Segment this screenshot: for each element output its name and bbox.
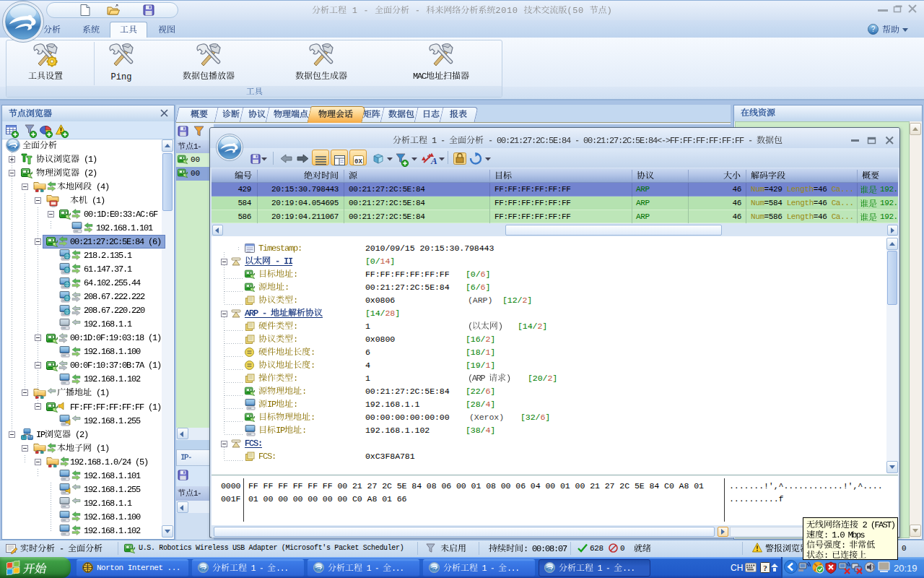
svg-text:?: ?	[871, 25, 876, 33]
svg-text:A: A	[430, 155, 437, 166]
svg-text:0X: 0X	[354, 158, 362, 165]
svg-text:?: ?	[763, 564, 767, 572]
